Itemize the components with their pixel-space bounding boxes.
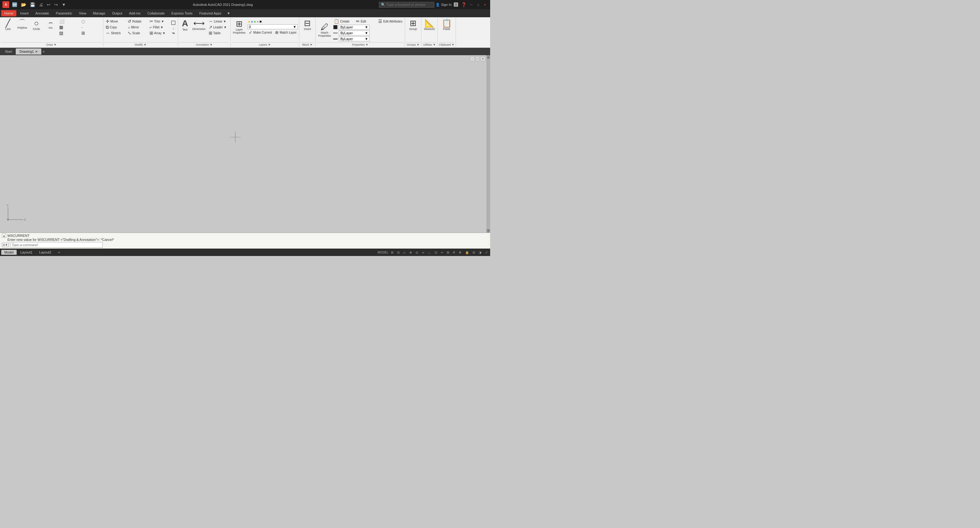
menu-annotate[interactable]: Annotate <box>32 10 52 16</box>
menu-collaborate[interactable]: Collaborate <box>144 10 168 16</box>
mirror-btn[interactable]: ⬦ Mirror <box>126 24 148 30</box>
menu-insert[interactable]: Insert <box>17 10 32 16</box>
undo-btn[interactable]: ↩ <box>46 2 51 8</box>
trim-btn[interactable]: ✂ Trim ▼ <box>148 19 170 24</box>
point-btn[interactable]: · <box>80 24 102 30</box>
scrollbar-right[interactable]: ▲ ▼ <box>487 55 490 233</box>
draw-group-label[interactable]: Draw ▼ <box>1 42 102 46</box>
region-btn[interactable]: ⊞ <box>80 30 102 36</box>
dimension-btn[interactable]: ⟷ Dimension <box>191 19 207 31</box>
tab-drawing1-close[interactable]: ✕ <box>35 50 38 53</box>
explode-btn[interactable]: ⟂ <box>170 26 177 30</box>
match-properties-btn[interactable]: 🖊 MatchProperties <box>317 19 332 41</box>
command-expand-btn[interactable]: ▲ <box>2 233 6 238</box>
sign-in-btn[interactable]: 👤 Sign In <box>436 3 452 7</box>
scale-btn[interactable]: ⤡ Scale <box>126 30 148 36</box>
tab-drawing1[interactable]: Drawing1 ✕ <box>16 48 41 54</box>
gradient-btn[interactable]: ▨ <box>58 30 80 36</box>
stretch-btn[interactable]: ↔ Stretch <box>105 30 126 36</box>
menu-featured[interactable]: Featured Apps <box>196 10 224 16</box>
annot-btn[interactable]: A <box>452 250 456 254</box>
block-group-label[interactable]: Block ▼ <box>301 42 314 46</box>
linear-btn[interactable]: ↔ Linear ▼ <box>207 19 229 24</box>
fillet-btn[interactable]: ⌐ Fillet ▼ <box>148 24 170 30</box>
tab-layout2[interactable]: Layout2 <box>36 250 54 255</box>
modify-group-label[interactable]: Modify ▼ <box>105 42 177 46</box>
polar-btn[interactable]: ⊕ <box>408 250 413 254</box>
grid-btn[interactable]: ⊞ <box>390 250 395 254</box>
insert-btn[interactable]: ⊟ Insert <box>301 19 314 31</box>
erase-btn[interactable]: ◻ <box>170 19 177 26</box>
lineweight-dropdown[interactable]: ByLayer ▼ <box>339 37 370 41</box>
properties-group-label[interactable]: Properties ▼ <box>317 42 404 46</box>
copy-btn[interactable]: ⧉ Copy <box>105 24 126 30</box>
make-current-btn[interactable]: ✓ Make Current <box>248 30 274 35</box>
join-btn[interactable]: ⇆ <box>170 31 177 35</box>
rotate-btn[interactable]: ↺ Rotate <box>126 19 148 24</box>
isolate-btn[interactable]: ◑ <box>477 250 483 254</box>
maximize-btn[interactable]: □ <box>476 2 481 7</box>
layer-dropdown[interactable]: 0 ▼ <box>248 24 298 29</box>
help-btn[interactable]: ❓ <box>460 2 467 8</box>
canvas-restore-btn[interactable]: □ <box>476 56 480 61</box>
leader-btn[interactable]: ↗ Leader ▼ <box>207 24 229 30</box>
edit-attributes-btn[interactable]: ☰ Edit Attributes <box>377 19 404 24</box>
tab-layout1[interactable]: Layout1 <box>17 250 35 255</box>
menu-home[interactable]: Home <box>1 10 16 16</box>
qa-dropdown-btn[interactable]: ▼ <box>61 2 67 8</box>
canvas-minimize-btn[interactable]: ─ <box>470 56 475 61</box>
print-btn[interactable]: 🖨 <box>38 2 44 8</box>
ducs-btn[interactable]: ∟ <box>426 250 432 254</box>
circle-btn[interactable]: ○ Circle <box>30 19 43 31</box>
menu-parametric[interactable]: Parametric <box>53 10 75 16</box>
otrack-btn[interactable]: ∞ <box>421 250 425 254</box>
add-tab-btn[interactable]: + <box>41 48 46 54</box>
utilities-group-label[interactable]: Utilities ▼ <box>423 42 436 46</box>
minimize-btn[interactable]: ─ <box>469 2 474 7</box>
layers-group-label[interactable]: Layers ▼ <box>232 42 298 46</box>
add-layout-btn[interactable]: + <box>55 250 63 255</box>
scroll-up-btn[interactable]: ▲ <box>487 55 490 59</box>
create-btn[interactable]: 📋 Create <box>332 19 354 24</box>
snap-btn[interactable]: ⊟ <box>396 250 401 254</box>
open-btn[interactable]: 📂 <box>20 2 27 8</box>
layer-properties-btn[interactable]: ⊞ LayerProperties <box>232 19 247 35</box>
dyn-btn[interactable]: ⊡ <box>433 250 438 254</box>
polyline-btn[interactable]: ⌒ Polyline <box>16 19 29 30</box>
osnap-btn[interactable]: ◎ <box>414 250 420 254</box>
clipboard-group-label[interactable]: Clipboard ▼ <box>439 42 454 46</box>
hardware-btn[interactable]: ⊟ <box>471 250 476 254</box>
ortho-btn[interactable]: ◇ <box>402 250 407 254</box>
menu-addins[interactable]: Add-ins <box>126 10 144 16</box>
annotation-group-label[interactable]: Annotation ▼ <box>180 42 229 46</box>
menu-output[interactable]: Output <box>109 10 126 16</box>
menu-view[interactable]: View <box>76 10 89 16</box>
arc-btn[interactable]: ⌢ Arc <box>44 19 57 30</box>
fullscreen-btn[interactable]: ⤢ <box>484 250 489 254</box>
search-input[interactable] <box>387 3 426 6</box>
linetype-dropdown[interactable]: ByLayer ▼ <box>339 30 370 35</box>
edit-btn[interactable]: ✏ Edit <box>355 19 376 24</box>
tmodel-btn[interactable]: ⊞ <box>445 250 450 254</box>
ws-btn[interactable]: ⚙ <box>458 250 463 254</box>
autocad-logo[interactable]: A <box>2 1 9 8</box>
command-input[interactable] <box>10 242 103 248</box>
lock-btn[interactable]: 🔒 <box>464 250 470 254</box>
text-btn[interactable]: A Text <box>180 19 191 32</box>
close-btn[interactable]: ✕ <box>482 2 488 7</box>
new-file-btn[interactable]: 🆕 <box>11 2 18 8</box>
tab-model[interactable]: Model <box>1 250 17 255</box>
move-btn[interactable]: ✛ Move <box>105 19 126 24</box>
canvas-area[interactable]: ─ □ ✕ Y X ▲ <box>0 55 490 233</box>
table-btn[interactable]: ⊞ Table <box>207 30 229 36</box>
save-btn[interactable]: 💾 <box>29 2 36 8</box>
canvas-close-btn[interactable]: ✕ <box>480 56 485 61</box>
group-btn[interactable]: ⊞ Group <box>406 19 420 31</box>
rectangle-btn[interactable]: ⬜ <box>58 19 80 24</box>
array-btn[interactable]: ⊞ Array ▼ <box>148 30 170 36</box>
scroll-down-btn[interactable]: ▼ <box>487 229 490 233</box>
menu-manage[interactable]: Manage <box>90 10 108 16</box>
line-btn[interactable]: ╱ Line <box>1 19 15 31</box>
search-bar[interactable]: 🔍 <box>379 2 434 8</box>
match-layer-btn[interactable]: ⊕ Match Layer <box>274 30 298 35</box>
